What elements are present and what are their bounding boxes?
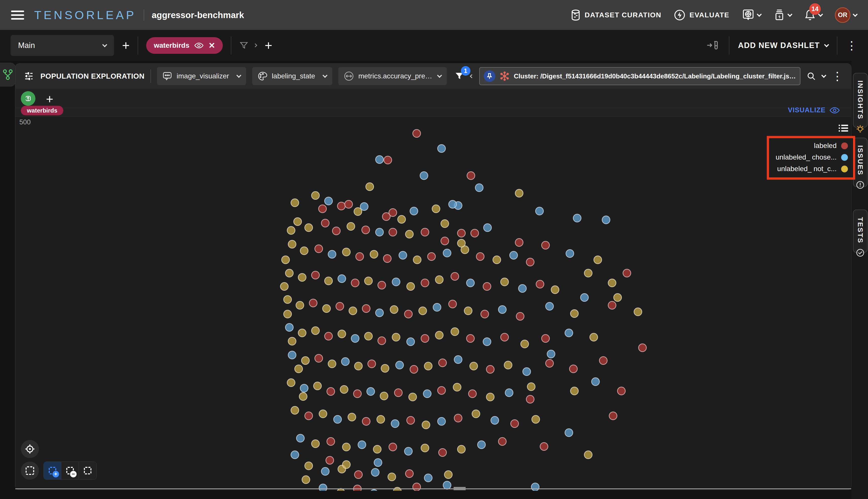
scatter-point[interactable] [325,456,334,465]
scatter-point[interactable] [423,389,432,398]
scatter-point[interactable] [404,310,413,318]
scatter-point[interactable] [344,200,353,208]
scatter-point[interactable] [364,277,373,285]
global-filter-button[interactable] [239,41,257,50]
select-replace-mode-button[interactable] [79,462,97,479]
scatter-point[interactable] [526,258,534,266]
scatter-point[interactable] [333,415,342,424]
scatter-point[interactable] [351,279,359,287]
scatter-point[interactable] [299,392,307,401]
scatter-point[interactable] [326,387,335,396]
legend-item-unlabeled-chosen[interactable]: unlabeled_ chose... [776,153,848,161]
scatter-point[interactable] [395,361,404,369]
scatter-point[interactable] [608,301,616,309]
scatter-point[interactable] [540,442,548,451]
scatter-point[interactable] [486,365,495,374]
scatter-point[interactable] [435,331,444,339]
scatter-point[interactable] [353,485,362,491]
scatter-point[interactable] [322,304,331,313]
scatter-point[interactable] [421,334,429,343]
scatter-point[interactable] [405,469,414,478]
scatter-point[interactable] [419,306,427,315]
scatter-point[interactable] [349,306,357,315]
scatter-point[interactable] [287,226,295,235]
scatter-point[interactable] [570,309,579,318]
scatter-point[interactable] [483,223,492,232]
scatter-point[interactable] [373,445,382,453]
scatter-point[interactable] [468,389,477,398]
scatter-point[interactable] [580,293,589,302]
scatter-point[interactable] [602,216,610,224]
scatter-point[interactable] [290,451,299,459]
scatter-point[interactable] [498,305,507,314]
scatter-point[interactable] [285,269,294,277]
visualize-button[interactable]: VISUALIZE [788,106,840,114]
add-new-dashlet-button[interactable]: ADD NEW DASHLET [738,41,828,50]
add-dashboard-button[interactable]: + [122,39,129,52]
send-to-test-icon[interactable] [706,39,720,51]
scatter-point[interactable] [444,470,452,479]
scatter-point[interactable] [457,445,466,453]
scatter-point[interactable] [328,250,336,258]
scatter-point[interactable] [457,239,466,247]
filter-chip-waterbirds[interactable]: waterbirds ✕ [146,37,223,54]
scatter-point[interactable] [321,467,330,476]
help-menu[interactable] [742,9,761,22]
scatter-point[interactable] [638,343,647,352]
scatter-point[interactable] [424,474,433,482]
tab-tests[interactable]: TESTS [853,209,868,253]
scatter-point[interactable] [450,272,459,281]
toolbar-kebab-menu[interactable]: ⋮ [846,40,857,51]
dashlet-filter-button[interactable]: 1 [454,71,464,81]
scatter-point[interactable] [551,285,559,294]
scatter-point[interactable] [321,219,330,227]
evaluate-button[interactable]: EVALUATE [674,9,729,21]
scatter-point[interactable] [547,350,555,358]
select-subtract-mode-button[interactable]: − [61,462,79,479]
scatter-point[interactable] [367,387,375,396]
scatter-point[interactable] [342,443,351,451]
scatter-point[interactable] [504,361,512,369]
scatter-point[interactable] [376,415,385,424]
scatter-point[interactable] [477,440,486,449]
scatter-point[interactable] [324,277,333,285]
scatter-point[interactable] [541,241,550,250]
scatter-point[interactable] [362,304,370,313]
eye-icon[interactable] [195,42,203,49]
scatter-point[interactable] [354,362,363,370]
scatter-point[interactable] [370,489,378,491]
scatter-point[interactable] [362,417,370,426]
scatter-point[interactable] [368,360,376,368]
scatter-point[interactable] [584,451,593,459]
scatter-point[interactable] [375,155,384,164]
scatter-point[interactable] [294,365,303,373]
scatter-point[interactable] [505,388,513,397]
scatter-point[interactable] [383,254,392,263]
scatter-point[interactable] [467,171,475,180]
scatter-point[interactable] [392,333,400,341]
account-menu[interactable]: OR [835,7,857,23]
scatter-point[interactable] [441,237,449,245]
scatter-point[interactable] [599,356,608,365]
horizontal-scrollbar[interactable] [15,488,851,489]
scatter-point[interactable] [437,417,446,426]
scatter-point[interactable] [380,392,388,400]
scatter-point[interactable] [531,415,540,424]
recenter-button[interactable] [21,440,39,458]
scatter-point[interactable] [288,351,296,359]
scatter-point[interactable] [313,382,322,390]
scatter-point[interactable] [381,364,389,373]
scatter-point[interactable] [541,334,550,343]
search-icon[interactable] [806,71,816,81]
scatter-point[interactable] [324,332,333,340]
scatter-point[interactable] [388,208,397,217]
scatter-point[interactable] [565,329,573,337]
scatter-point[interactable] [309,299,318,307]
scatter-point[interactable] [509,251,518,259]
scatter-point[interactable] [609,412,617,420]
scatter-point[interactable] [441,219,449,228]
scatter-point[interactable] [283,295,292,304]
cluster-filter-pill[interactable]: Cluster: /Digest_f51431666d19d0b40c3b444… [479,67,801,85]
close-icon[interactable]: ✕ [209,41,215,49]
scatter-point[interactable] [413,256,421,264]
